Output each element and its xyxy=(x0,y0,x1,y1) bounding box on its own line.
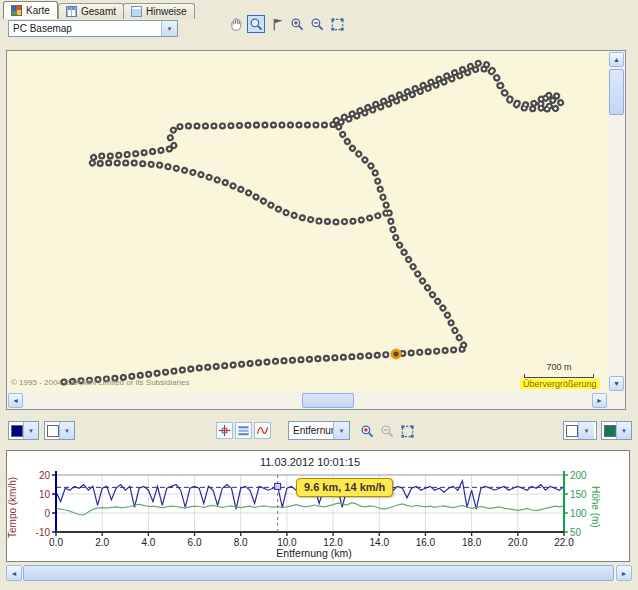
speed-style-swatch xyxy=(47,425,59,437)
chart-panel: 20100-10200150100500.02.04.06.08.010.012… xyxy=(6,450,630,562)
cursor-tooltip: 9.6 km, 14 km/h xyxy=(296,478,393,497)
chevron-glyph: ▼ xyxy=(167,26,173,32)
horizontal-lines-icon xyxy=(237,424,250,437)
wave-icon xyxy=(256,424,269,437)
map-panel: © 1995 - 2004 GARMIN Limited or its Subs… xyxy=(6,50,626,410)
tab-hinweise-label: Hinweise xyxy=(146,6,187,17)
svg-text:6.0: 6.0 xyxy=(188,537,202,548)
elevation-style-swatch xyxy=(566,425,578,437)
overzoom-badge: Übervergrößerung xyxy=(520,379,600,389)
left-axis-title: Tempo (km/h) xyxy=(7,467,21,547)
zoom-fit-button[interactable] xyxy=(328,15,346,33)
scroll-left-icon: ◄ xyxy=(11,570,18,577)
xaxis-mode-select[interactable]: Entfernung ▼ xyxy=(288,421,350,440)
scroll-up-button[interactable]: ▲ xyxy=(609,52,624,67)
elevation-style-select[interactable]: ▼ xyxy=(563,421,597,440)
chevron-down-icon[interactable]: ▼ xyxy=(161,21,177,36)
fit-extent-icon xyxy=(400,424,415,439)
flag-tool-button[interactable] xyxy=(269,15,287,33)
note-tab-icon xyxy=(131,6,142,17)
svg-text:-10: -10 xyxy=(36,527,51,538)
chart-zoom-fit-button[interactable] xyxy=(398,422,416,440)
scroll-right-button[interactable]: ► xyxy=(592,393,607,408)
speed-style-select[interactable]: ▼ xyxy=(44,421,75,440)
chevron-glyph: ▼ xyxy=(28,428,34,434)
tab-gesamt[interactable]: Gesamt xyxy=(58,3,124,19)
zoom-tool-button[interactable] xyxy=(247,15,265,33)
chevron-down-icon[interactable]: ▼ xyxy=(616,422,631,439)
elevation-color-select[interactable]: ▼ xyxy=(601,421,632,440)
chart-plot[interactable]: 20100-10200150100500.02.04.06.08.010.012… xyxy=(7,451,629,561)
fit-extent-icon xyxy=(330,17,345,32)
cursor-marker[interactable] xyxy=(275,483,281,489)
chart-zoom-in-button[interactable] xyxy=(358,422,376,440)
chevron-down-icon[interactable]: ▼ xyxy=(23,422,38,439)
speed-color-swatch xyxy=(11,425,23,437)
svg-text:20: 20 xyxy=(39,470,51,481)
chevron-down-icon[interactable]: ▼ xyxy=(333,422,349,439)
svg-text:0.0: 0.0 xyxy=(49,537,63,548)
zoom-in-icon xyxy=(290,17,305,32)
current-position-marker[interactable] xyxy=(392,350,400,358)
scroll-left-icon: ◄ xyxy=(12,397,19,404)
magnifier-icon xyxy=(249,17,264,32)
svg-text:22.0: 22.0 xyxy=(554,537,574,548)
basemap-select[interactable]: PC Basemap ▼ xyxy=(8,20,178,37)
tab-karte[interactable]: Karte xyxy=(3,1,58,19)
scroll-left-button[interactable]: ◄ xyxy=(8,393,23,408)
chevron-glyph: ▼ xyxy=(584,428,590,434)
zoom-out-icon xyxy=(380,424,395,439)
basemap-select-value: PC Basemap xyxy=(9,23,161,34)
svg-text:4.0: 4.0 xyxy=(141,537,155,548)
chevron-glyph: ▼ xyxy=(64,428,70,434)
zoom-in-icon xyxy=(360,424,375,439)
svg-text:10: 10 xyxy=(39,489,51,500)
zoom-out-icon xyxy=(310,17,325,32)
flag-icon xyxy=(271,17,286,32)
map-hscrollbar[interactable]: ◄ ► xyxy=(7,392,608,409)
svg-text:18.0: 18.0 xyxy=(462,537,482,548)
chart-title: 11.03.2012 10:01:15 xyxy=(260,456,360,468)
scroll-down-icon: ▼ xyxy=(613,380,620,387)
chart-zoom-out-button[interactable] xyxy=(378,422,396,440)
map-tab-icon xyxy=(11,5,22,16)
elevation-color-swatch xyxy=(604,425,616,437)
speed-color-select[interactable]: ▼ xyxy=(8,421,39,440)
tab-hinweise[interactable]: Hinweise xyxy=(123,3,195,19)
scrollbar-corner xyxy=(608,392,625,409)
x-axis-title: Entfernung (km) xyxy=(207,547,421,559)
zoom-out-button[interactable] xyxy=(308,15,326,33)
svg-text:50: 50 xyxy=(570,527,582,538)
map-canvas[interactable]: © 1995 - 2004 GARMIN Limited or its Subs… xyxy=(7,51,608,392)
gps-track-map xyxy=(7,51,608,392)
xaxis-mode-value: Entfernung xyxy=(289,425,333,436)
svg-text:150: 150 xyxy=(570,489,587,500)
map-hscroll-thumb[interactable] xyxy=(302,393,354,408)
chart-hscroll-thumb[interactable] xyxy=(23,565,614,581)
chevron-down-icon[interactable]: ▼ xyxy=(59,422,74,439)
map-vscrollbar[interactable]: ▲ ▼ xyxy=(608,51,625,392)
tab-gesamt-label: Gesamt xyxy=(81,6,116,17)
chevron-glyph: ▼ xyxy=(621,428,627,434)
scroll-down-button[interactable]: ▼ xyxy=(609,376,624,391)
chart-hscrollbar[interactable]: ◄ ► xyxy=(6,565,632,581)
chevron-glyph: ▼ xyxy=(339,428,345,434)
crosshair-toggle-button[interactable] xyxy=(216,422,233,439)
gridlines-toggle-button[interactable] xyxy=(235,422,252,439)
map-copyright: © 1995 - 2004 GARMIN Limited or its Subs… xyxy=(11,378,189,387)
zoom-in-button[interactable] xyxy=(288,15,306,33)
smooth-curve-toggle-button[interactable] xyxy=(254,422,271,439)
scroll-left-button[interactable]: ◄ xyxy=(6,565,22,581)
scale-bar xyxy=(524,374,594,378)
scroll-right-icon: ► xyxy=(596,397,603,404)
chevron-down-icon[interactable]: ▼ xyxy=(578,422,594,439)
svg-text:20.0: 20.0 xyxy=(508,537,528,548)
scroll-up-icon: ▲ xyxy=(613,56,620,63)
hand-icon xyxy=(229,17,244,32)
scroll-right-button[interactable]: ► xyxy=(616,565,632,581)
scroll-right-icon: ► xyxy=(621,570,628,577)
map-vscroll-thumb[interactable] xyxy=(609,69,624,115)
svg-text:2.0: 2.0 xyxy=(95,537,109,548)
pan-tool-button[interactable] xyxy=(227,15,245,33)
svg-text:200: 200 xyxy=(570,470,587,481)
